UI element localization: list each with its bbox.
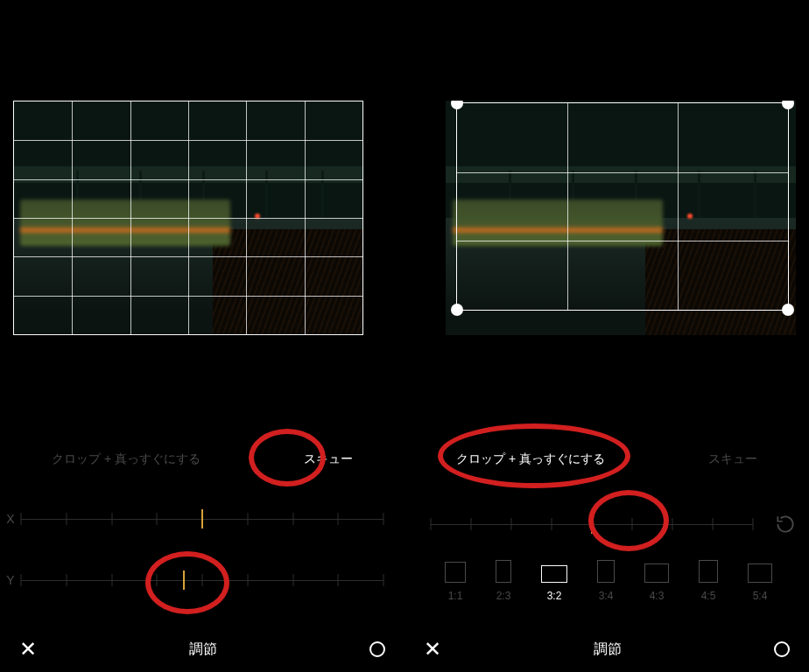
- skew-x-cursor[interactable]: [201, 509, 203, 528]
- skew-x-row: X: [0, 508, 404, 530]
- confirm-button[interactable]: [369, 641, 385, 657]
- bottom-bar: ✕ 調節: [404, 639, 809, 660]
- rotate-90-button[interactable]: [774, 513, 797, 536]
- skew-x-slider[interactable]: [21, 508, 383, 530]
- axis-label-x: X: [0, 512, 21, 526]
- crop-rule-of-thirds-grid[interactable]: [456, 102, 789, 311]
- mode-tabs: クロップ + 真っすぐにする スキュー: [404, 446, 809, 472]
- cancel-button[interactable]: ✕: [424, 639, 441, 660]
- tab-crop-straighten[interactable]: クロップ + 真っすぐにする: [453, 446, 609, 472]
- skew-grid-6x6: [13, 101, 363, 335]
- skew-y-slider[interactable]: [21, 569, 383, 592]
- rotate-icon: [774, 513, 797, 536]
- aspect-ratio-2-3[interactable]: 2:3: [496, 560, 511, 602]
- tab-skew[interactable]: スキュー: [705, 446, 761, 472]
- photo-preview[interactable]: [446, 101, 796, 335]
- aspect-ratio-4-3[interactable]: 4:3: [644, 564, 669, 602]
- photo-preview[interactable]: [13, 101, 363, 335]
- tab-crop-straighten[interactable]: クロップ + 真っすぐにする: [48, 446, 204, 472]
- confirm-button[interactable]: [774, 641, 790, 657]
- straighten-slider[interactable]: [431, 513, 753, 536]
- crop-handle-top-left[interactable]: [451, 101, 463, 109]
- footer-title: 調節: [594, 640, 622, 659]
- aspect-ratio-3-2[interactable]: 3:2: [541, 565, 567, 602]
- aspect-ratio-3-4[interactable]: 3:4: [597, 560, 615, 602]
- crop-handle-bottom-left[interactable]: [451, 304, 463, 316]
- crop-editor-panel: クロップ + 真っすぐにする スキュー 1:1 2:3 3:2 3:4 4:3 …: [404, 0, 809, 672]
- tab-skew[interactable]: スキュー: [300, 446, 356, 472]
- bottom-bar: ✕ 調節: [0, 639, 404, 660]
- aspect-ratio-4-5[interactable]: 4:5: [699, 560, 718, 602]
- straighten-row: [431, 513, 809, 536]
- cancel-button[interactable]: ✕: [19, 639, 37, 660]
- footer-title: 調節: [189, 640, 217, 659]
- straighten-cursor[interactable]: [591, 514, 593, 534]
- mode-tabs: クロップ + 真っすぐにする スキュー: [0, 446, 404, 472]
- skew-y-cursor[interactable]: [183, 570, 185, 590]
- aspect-ratio-5-4[interactable]: 5:4: [748, 564, 772, 602]
- aspect-ratio-strip: 1:1 2:3 3:2 3:4 4:3 4:5 5:4: [445, 560, 809, 602]
- skew-editor-panel: クロップ + 真っすぐにする スキュー X Y ✕ 調節: [0, 0, 404, 672]
- axis-label-y: Y: [0, 573, 21, 587]
- crop-handle-bottom-right[interactable]: [782, 304, 794, 316]
- aspect-ratio-1-1[interactable]: 1:1: [445, 562, 466, 602]
- skew-y-row: Y: [0, 569, 404, 592]
